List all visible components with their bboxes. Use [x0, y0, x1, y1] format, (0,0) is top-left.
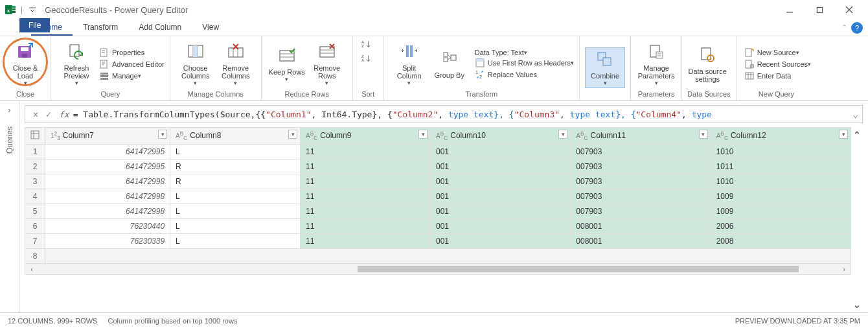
cell[interactable]: 001: [431, 145, 571, 159]
close-and-load-button[interactable]: Close & Load: [5, 41, 45, 86]
table-row[interactable]: 4641472998L110010079031009: [25, 189, 851, 204]
column-filter-button[interactable]: ▾: [158, 130, 167, 139]
cell[interactable]: 11: [301, 159, 431, 174]
data-source-settings-button[interactable]: Data source settings: [687, 45, 727, 83]
cell[interactable]: L: [170, 145, 301, 159]
column-header-column11[interactable]: ABCColumn11▾: [571, 128, 711, 145]
collapse-ribbon-button[interactable]: ⌃: [841, 23, 847, 32]
cell[interactable]: 007903: [571, 174, 711, 189]
cell[interactable]: 007903: [571, 189, 711, 204]
cell[interactable]: L: [170, 219, 301, 234]
row-number[interactable]: 2: [25, 159, 45, 174]
fx-icon[interactable]: fx: [59, 110, 69, 119]
column-filter-button[interactable]: ▾: [418, 130, 428, 139]
minimize-button[interactable]: [775, 0, 805, 19]
combine-button[interactable]: Combine: [585, 47, 625, 88]
cell[interactable]: 641472995: [45, 145, 170, 159]
cell[interactable]: 11: [301, 234, 431, 249]
column-header-column7[interactable]: 123Column7▾: [45, 128, 170, 145]
table-row[interactable]: 676230440L110010080012006: [25, 219, 851, 234]
scroll-down-icon[interactable]: ⌄: [853, 299, 861, 310]
formula-expand-button[interactable]: ⌄: [853, 109, 858, 119]
vertical-scrollbar[interactable]: ⌃ ⌄: [851, 127, 863, 312]
sort-descending-button[interactable]: ZA: [361, 53, 374, 64]
row-number[interactable]: 8: [25, 249, 45, 264]
formula-expression[interactable]: = Table.TransformColumnTypes(Source,{{"C…: [73, 110, 849, 119]
cell[interactable]: R: [170, 174, 301, 189]
cell[interactable]: 001: [431, 189, 571, 204]
remove-rows-button[interactable]: Remove Rows: [307, 41, 347, 86]
replace-values-button[interactable]: 12 Replace Values: [475, 69, 574, 80]
table-row[interactable]: 1641472995L110010079031010: [25, 145, 851, 159]
tab-transform[interactable]: Transform: [73, 20, 128, 36]
row-number[interactable]: 7: [25, 234, 45, 249]
cell[interactable]: R: [170, 159, 301, 174]
scroll-up-icon[interactable]: ⌃: [853, 130, 861, 140]
formula-accept-button[interactable]: ✓: [42, 109, 55, 119]
cell[interactable]: 1010: [711, 145, 851, 159]
table-row[interactable]: 2641472995R110010079031011: [25, 159, 851, 174]
cell[interactable]: 001: [431, 234, 571, 249]
cell[interactable]: 001: [431, 174, 571, 189]
row-header-corner[interactable]: [25, 128, 45, 145]
column-header-column12[interactable]: ABCColumn12▾: [711, 128, 851, 145]
recent-sources-button[interactable]: Recent Sources: [744, 59, 811, 69]
table-row[interactable]: 3641472998R110010079031010: [25, 174, 851, 189]
cell[interactable]: 007903: [571, 204, 711, 219]
cell[interactable]: 007903: [571, 159, 711, 174]
tab-add-column[interactable]: Add Column: [128, 20, 192, 36]
column-header-column9[interactable]: ABCColumn9▾: [301, 128, 431, 145]
refresh-preview-button[interactable]: Refresh Preview: [56, 41, 97, 86]
cell[interactable]: 76230440: [45, 219, 170, 234]
qat-customize-icon[interactable]: [27, 4, 38, 16]
enter-data-button[interactable]: Enter Data: [744, 71, 811, 81]
formula-cancel-button[interactable]: ✕: [29, 109, 42, 119]
column-header-column10[interactable]: ABCColumn10▾: [431, 128, 571, 145]
cell[interactable]: 001: [431, 219, 571, 234]
help-button[interactable]: ?: [851, 22, 863, 34]
first-row-headers-button[interactable]: Use First Row as Headers: [475, 58, 574, 68]
data-grid[interactable]: 123Column7▾ABCColumn8▾ABCColumn9▾ABCColu…: [25, 127, 851, 312]
cell[interactable]: 76230339: [45, 234, 170, 249]
choose-columns-button[interactable]: Choose Columns: [176, 41, 216, 86]
keep-rows-button[interactable]: Keep Rows: [267, 45, 307, 82]
column-filter-button[interactable]: ▾: [558, 130, 567, 139]
remove-columns-button[interactable]: Remove Columns: [216, 41, 256, 86]
cell[interactable]: L: [170, 189, 301, 204]
cell[interactable]: L: [170, 234, 301, 249]
cell[interactable]: 11: [301, 189, 431, 204]
cell[interactable]: 007903: [571, 145, 711, 159]
row-number[interactable]: 5: [25, 204, 45, 219]
cell[interactable]: 11: [301, 145, 431, 159]
cell[interactable]: 2006: [711, 219, 851, 234]
queries-pane-collapsed[interactable]: › Queries: [0, 101, 19, 312]
cell[interactable]: 1011: [711, 159, 851, 174]
tab-view[interactable]: View: [192, 20, 229, 36]
maximize-button[interactable]: [805, 0, 834, 19]
column-filter-button[interactable]: ▾: [699, 130, 708, 139]
horizontal-scrollbar[interactable]: ‹ ›: [25, 264, 851, 275]
cell[interactable]: 001: [431, 204, 571, 219]
row-number[interactable]: 4: [25, 189, 45, 204]
close-window-button[interactable]: [834, 0, 864, 19]
manage-button[interactable]: Manage: [99, 71, 165, 81]
tab-file[interactable]: File: [19, 18, 50, 32]
split-column-button[interactable]: Split Column: [389, 41, 429, 86]
cell[interactable]: 641472998: [45, 204, 170, 219]
formula-bar[interactable]: ✕ ✓ fx = Table.TransformColumnTypes(Sour…: [25, 105, 863, 123]
column-filter-button[interactable]: ▾: [839, 130, 848, 139]
row-number[interactable]: 6: [25, 219, 45, 234]
column-filter-button[interactable]: ▾: [288, 130, 297, 139]
cell[interactable]: 1009: [711, 204, 851, 219]
properties-button[interactable]: Properties: [99, 47, 165, 58]
cell[interactable]: 1010: [711, 174, 851, 189]
advanced-editor-button[interactable]: Advanced Editor: [99, 59, 165, 69]
cell[interactable]: 11: [301, 204, 431, 219]
column-header-column8[interactable]: ABCColumn8▾: [170, 128, 301, 145]
row-number[interactable]: 3: [25, 174, 45, 189]
cell[interactable]: 11: [301, 219, 431, 234]
cell[interactable]: 641472995: [45, 159, 170, 174]
cell[interactable]: 008001: [571, 219, 711, 234]
cell[interactable]: 2008: [711, 234, 851, 249]
cell[interactable]: L: [170, 204, 301, 219]
